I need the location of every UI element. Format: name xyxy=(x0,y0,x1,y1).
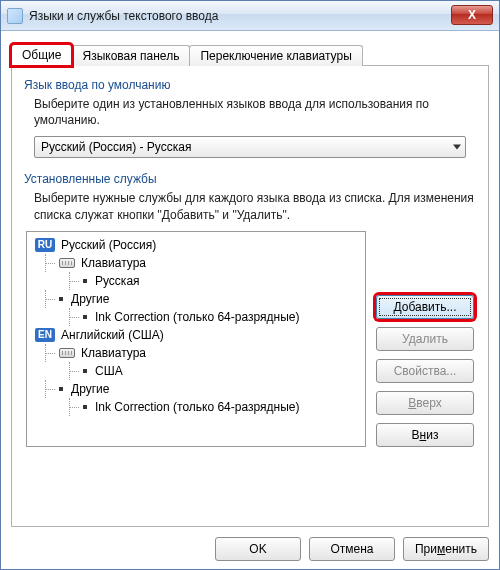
tab-language-bar[interactable]: Языковая панель xyxy=(71,45,190,66)
ok-button[interactable]: OK xyxy=(215,537,301,561)
cancel-button[interactable]: Отмена xyxy=(309,537,395,561)
bullet-icon xyxy=(83,369,87,373)
button-label: Применить xyxy=(415,542,477,556)
client-area: Общие Языковая панель Переключение клави… xyxy=(1,31,499,569)
group-title: Язык ввода по умолчанию xyxy=(24,78,476,92)
up-button[interactable]: Вверх xyxy=(376,391,474,415)
bullet-icon xyxy=(83,315,87,319)
bullet-icon xyxy=(83,279,87,283)
group-default-language: Язык ввода по умолчанию Выберите один из… xyxy=(24,78,476,158)
keyboard-icon xyxy=(59,258,75,268)
group-title: Установленные службы xyxy=(24,172,476,186)
tree-layout-en[interactable]: США xyxy=(31,362,361,380)
button-label: Добавить... xyxy=(393,300,456,314)
chevron-down-icon xyxy=(453,145,461,150)
tab-general[interactable]: Общие xyxy=(11,44,72,66)
group-installed-services: Установленные службы Выберите нужные слу… xyxy=(24,172,476,446)
keyboard-icon xyxy=(59,348,75,358)
button-label: Вверх xyxy=(408,396,441,410)
add-button[interactable]: Добавить... xyxy=(376,295,474,319)
tree-keyboard-ru[interactable]: Клавиатура xyxy=(31,254,361,272)
dialog-window: Языки и службы текстового ввода X Общие … xyxy=(0,0,500,570)
language-tree[interactable]: RU Русский (Россия) Клавиатура Русская xyxy=(26,231,366,447)
tree-label: Клавиатура xyxy=(81,256,146,270)
services-area: RU Русский (Россия) Клавиатура Русская xyxy=(26,231,474,447)
group-desc: Выберите нужные службы для каждого языка… xyxy=(34,190,476,222)
tree-other-item-ru[interactable]: Ink Correction (только 64-разрядные) xyxy=(31,308,361,326)
button-label: Отмена xyxy=(330,542,373,556)
bullet-icon xyxy=(59,297,63,301)
tree-label: Английский (США) xyxy=(61,328,164,342)
tree-label: Клавиатура xyxy=(81,346,146,360)
tree-label: Другие xyxy=(71,382,109,396)
tree-label: Ink Correction (только 64-разрядные) xyxy=(95,400,299,414)
app-icon xyxy=(7,8,23,24)
button-label: Свойства... xyxy=(394,364,457,378)
button-label: Удалить xyxy=(402,332,448,346)
down-button[interactable]: Вниз xyxy=(376,423,474,447)
lang-badge-en: EN xyxy=(35,328,55,342)
tree-other-en[interactable]: Другие xyxy=(31,380,361,398)
side-buttons: Добавить... Удалить Свойства... Вверх Вн xyxy=(376,231,474,447)
group-desc: Выберите один из установленных языков вв… xyxy=(34,96,476,128)
close-button[interactable]: X xyxy=(451,5,493,25)
titlebar: Языки и службы текстового ввода X xyxy=(1,1,499,31)
remove-button[interactable]: Удалить xyxy=(376,327,474,351)
close-icon: X xyxy=(468,8,476,22)
dialog-buttons: OK Отмена Применить xyxy=(11,527,489,561)
tree-label: Русский (Россия) xyxy=(61,238,156,252)
tree-keyboard-en[interactable]: Клавиатура xyxy=(31,344,361,362)
tree-lang-en[interactable]: EN Английский (США) xyxy=(31,326,361,344)
tree-label: Другие xyxy=(71,292,109,306)
button-label: Вниз xyxy=(412,428,439,442)
tree-other-item-en[interactable]: Ink Correction (только 64-разрядные) xyxy=(31,398,361,416)
bullet-icon xyxy=(83,405,87,409)
combo-value: Русский (Россия) - Русская xyxy=(41,140,191,154)
window-title: Языки и службы текстового ввода xyxy=(29,9,218,23)
lang-badge-ru: RU xyxy=(35,238,55,252)
tree-label: Ink Correction (только 64-разрядные) xyxy=(95,310,299,324)
tab-label: Языковая панель xyxy=(82,49,179,63)
tab-keyboard-switch[interactable]: Переключение клавиатуры xyxy=(189,45,362,66)
button-label: OK xyxy=(249,542,266,556)
apply-button[interactable]: Применить xyxy=(403,537,489,561)
tree-other-ru[interactable]: Другие xyxy=(31,290,361,308)
tree-layout-ru[interactable]: Русская xyxy=(31,272,361,290)
default-language-combo[interactable]: Русский (Россия) - Русская xyxy=(34,136,466,158)
properties-button[interactable]: Свойства... xyxy=(376,359,474,383)
tree-lang-ru[interactable]: RU Русский (Россия) xyxy=(31,236,361,254)
tab-label: Общие xyxy=(22,48,61,62)
tree-label: Русская xyxy=(95,274,140,288)
tab-panel-general: Язык ввода по умолчанию Выберите один из… xyxy=(11,65,489,527)
tree-label: США xyxy=(95,364,123,378)
tab-strip: Общие Языковая панель Переключение клави… xyxy=(11,41,489,65)
bullet-icon xyxy=(59,387,63,391)
tab-label: Переключение клавиатуры xyxy=(200,49,351,63)
